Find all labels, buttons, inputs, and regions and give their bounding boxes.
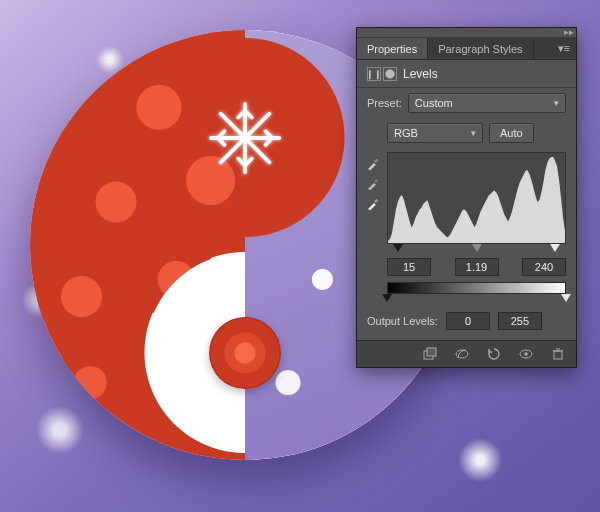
chevron-down-icon: ▾	[471, 128, 476, 138]
clip-to-layer-icon[interactable]	[422, 347, 438, 361]
levels-histogram[interactable]	[387, 152, 566, 244]
output-gradient	[387, 282, 566, 294]
channel-select[interactable]: RGB▾	[387, 123, 483, 143]
tab-properties[interactable]: Properties	[357, 38, 428, 59]
output-slider-track[interactable]	[387, 294, 566, 306]
input-slider-track[interactable]	[387, 244, 566, 256]
input-black-slider[interactable]	[393, 244, 403, 252]
eyedropper-gray-icon[interactable]	[367, 176, 381, 190]
histogram-icon[interactable]: ❙❙	[367, 67, 381, 81]
reset-icon[interactable]	[486, 347, 502, 361]
adjustment-title: Levels	[403, 67, 438, 81]
input-white-slider[interactable]	[550, 244, 560, 252]
preset-label: Preset:	[367, 97, 402, 109]
view-previous-icon[interactable]	[454, 347, 470, 361]
panel-tabs: Properties Paragraph Styles ▾≡	[357, 38, 576, 60]
output-white-field[interactable]: 255	[498, 312, 542, 330]
svg-rect-5	[427, 348, 436, 356]
svg-point-8	[524, 352, 528, 356]
input-white-field[interactable]: 240	[522, 258, 566, 276]
rose-dot	[209, 317, 281, 389]
snowflake-dot	[207, 100, 283, 176]
properties-panel: ▸▸ Properties Paragraph Styles ▾≡ ❙❙ Lev…	[356, 27, 577, 368]
chevron-down-icon: ▾	[554, 98, 559, 108]
panel-menu-icon[interactable]: ▾≡	[552, 38, 576, 59]
input-black-field[interactable]: 15	[387, 258, 431, 276]
delete-icon[interactable]	[550, 347, 566, 361]
output-black-slider[interactable]	[382, 294, 392, 302]
collapse-icon[interactable]: ▸▸	[564, 27, 574, 37]
mask-icon[interactable]	[383, 67, 397, 81]
eyedropper-white-icon[interactable]	[367, 196, 381, 210]
input-gamma-field[interactable]: 1.19	[455, 258, 499, 276]
tab-paragraph-styles[interactable]: Paragraph Styles	[428, 38, 533, 59]
panel-footer	[357, 340, 576, 367]
output-white-slider[interactable]	[561, 294, 571, 302]
eyedropper-black-icon[interactable]	[367, 156, 381, 170]
svg-rect-9	[554, 351, 562, 359]
panel-header-strip: ▸▸	[357, 28, 576, 38]
preset-select[interactable]: Custom▾	[408, 93, 566, 113]
auto-button[interactable]: Auto	[489, 123, 534, 143]
output-levels-label: Output Levels:	[367, 315, 438, 327]
input-gamma-slider[interactable]	[472, 244, 482, 252]
visibility-icon[interactable]	[518, 347, 534, 361]
output-black-field[interactable]: 0	[446, 312, 490, 330]
